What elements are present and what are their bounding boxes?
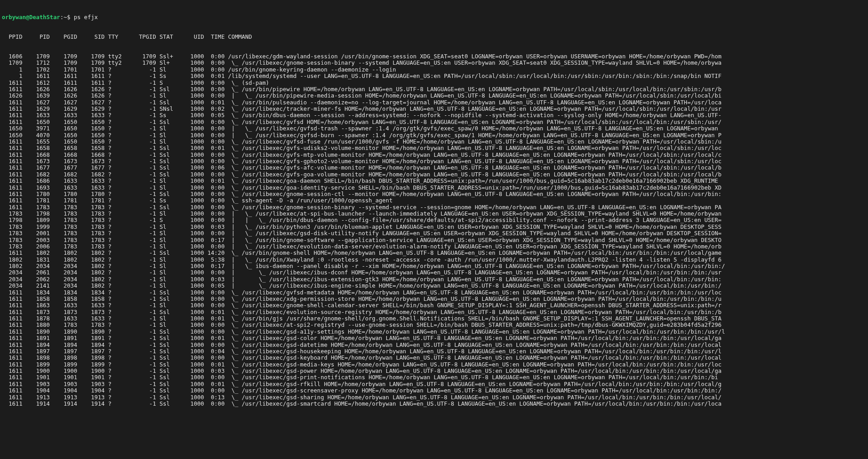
ps-row: 1611 1898 1898 1898 ? -1 Ssl 1000 0:00 \… (2, 355, 866, 361)
ps-row: 1611 1682 1682 1682 ? -1 Ssl 1000 0:00 \… (2, 171, 866, 178)
ps-row: 1611 1693 1633 1633 ? -1 Sl 1000 0:00 \_… (2, 185, 866, 191)
ps-row: 1611 1668 1668 1668 ? -1 Ssl 1000 0:00 \… (2, 152, 866, 158)
ps-row: 1650 3971 1650 1650 ? -1 Sl 1000 0:00 | … (2, 125, 866, 132)
prompt-command: ps efjx (74, 14, 98, 21)
ps-row: 1650 4070 1650 1650 ? -1 Sl 1000 0:00 | … (2, 132, 866, 139)
terminal-output[interactable]: orbywan@DeathStar:~$ ps efjx PPID PID PG… (0, 0, 868, 415)
ps-row: 1611 1629 1629 1629 ? -1 SNsl 1000 0:02 … (2, 106, 866, 112)
ps-row: 2034 2141 2034 1802 ? -1 Sl 1000 0:05 | … (2, 283, 866, 289)
ps-row: 1611 1899 1899 1899 ? -1 Ssl 1000 0:01 \… (2, 361, 866, 368)
ps-row: 2034 2061 2034 1802 ? -1 Sl 1000 0:00 | … (2, 269, 866, 276)
ps-row: 1611 1890 1890 1890 ? -1 Ssl 1000 0:00 \… (2, 329, 866, 335)
ps-row: 1611 1878 1633 1633 ? -1 Sl 1000 0:01 \_… (2, 315, 866, 322)
ps-row: 1626 1639 1626 1626 ? -1 Sl 1000 0:00 | … (2, 93, 866, 99)
ps-row: 1611 1914 1914 1914 ? -1 Ssl 1000 0:00 \… (2, 401, 866, 407)
ps-row: 1611 1901 1901 1901 ? -1 Ssl 1000 0:00 \… (2, 374, 866, 381)
ps-row: 1611 1780 1780 1780 ? -1 Ssl 1000 0:00 \… (2, 191, 866, 197)
ps-row: 1611 1612 1611 1611 ? -1 S 1000 0:00 \_ … (2, 80, 866, 86)
ps-row: 1611 1677 1677 1677 ? -1 Ssl 1000 0:06 \… (2, 165, 866, 171)
ps-row: 1611 1897 1897 1897 ? -1 Ssl 1000 0:04 \… (2, 348, 866, 355)
ps-row: 1783 2006 1783 1783 ? -1 Sl 1000 0:00 | … (2, 243, 866, 250)
ps-row: 1606 1709 1709 1709 tty2 1709 Ssl+ 1000 … (2, 53, 866, 60)
ps-row: 1611 1655 1650 1650 ? -1 Sl 1000 0:00 \_… (2, 139, 866, 145)
ps-row: 1611 1783 1783 1783 ? -1 Ssl 1000 0:00 \… (2, 204, 866, 211)
ps-row: 1611 1834 1834 1834 ? -1 Ssl 1000 0:00 \… (2, 289, 866, 296)
ps-row: 1802 2034 2034 1802 ? -1 Sl 1000 0:17 | … (2, 263, 866, 269)
ps-row: 1611 1626 1626 1626 ? -1 Ssl 1000 0:00 \… (2, 86, 866, 93)
ps-header-row: PPID PID PGID SID TTY TPGID STAT UID TIM… (2, 34, 866, 40)
ps-row: 1611 1894 1894 1894 ? -1 Ssl 1000 0:00 \… (2, 342, 866, 348)
ps-row: 1783 2001 1783 1783 ? -1 Sl 1000 0:00 | … (2, 230, 866, 237)
ps-row: 1 1702 1701 1701 ? -1 Sl 1000 0:00 /usr/… (2, 67, 866, 73)
ps-row: 1611 1900 1900 1900 ? -1 Ssl 1000 0:03 \… (2, 368, 866, 374)
ps-row: 1611 1863 1633 1633 ? -1 Sl 1000 0:00 \_… (2, 302, 866, 309)
ps-rows: 1606 1709 1709 1709 tty2 1709 Ssl+ 1000 … (2, 53, 866, 407)
ps-row: 1611 1858 1858 1858 ? -1 Ssl 1000 0:00 \… (2, 296, 866, 302)
ps-row: 1709 1712 1709 1709 tty2 1709 Sl+ 1000 0… (2, 60, 866, 66)
ps-row: 1611 1904 1904 1904 ? -1 Ssl 1000 0:00 \… (2, 387, 866, 394)
ps-row: 1611 1627 1627 1627 ? -1 Ssl 1000 0:01 \… (2, 99, 866, 106)
prompt-line: orbywan@DeathStar:~$ ps efjx (2, 14, 866, 21)
ps-row: 1611 1802 1802 1802 ? -1 Ssl 1000 14:20 … (2, 250, 866, 256)
ps-row: 1611 1873 1873 1873 ? -1 Ssl 1000 0:01 \… (2, 309, 866, 315)
ps-row: 1783 1798 1783 1783 ? -1 Sl 1000 0:00 | … (2, 211, 866, 217)
ps-row: 1611 1650 1650 1650 ? -1 Ssl 1000 0:00 \… (2, 119, 866, 125)
ps-row: 1783 1999 1783 1783 ? -1 Sl 1000 0:03 | … (2, 224, 866, 230)
ps-row: 1611 1673 1673 1673 ? -1 Ssl 1000 0:00 \… (2, 158, 866, 165)
ps-row: 1611 1686 1633 1633 ? -1 Sl 1000 0:01 \_… (2, 178, 866, 184)
ps-row: 1 1611 1611 1611 ? -1 Ss 1000 0:01 /lib/… (2, 73, 866, 79)
ps-row: 1611 1633 1633 1633 ? -1 Ss 1000 0:05 \_… (2, 112, 866, 119)
ps-row: 1783 2003 1783 1783 ? -1 Sl 1000 0:17 | … (2, 237, 866, 243)
ps-row: 1611 1781 1781 1781 ? -1 Ss 1000 0:00 \_… (2, 197, 866, 204)
prompt-separator: :~$ (60, 14, 74, 21)
ps-row: 2034 2062 2034 1802 ? -1 Sl 1000 0:03 | … (2, 276, 866, 283)
prompt-user: orbywan@DeathStar (2, 14, 60, 21)
ps-row: 1611 1913 1913 1913 ? -1 Ssl 1000 0:13 \… (2, 394, 866, 401)
ps-row: 1611 1880 1783 1783 ? -1 Sl 1000 0:00 \_… (2, 322, 866, 328)
ps-row: 1611 1658 1658 1658 ? -1 Ssl 1000 0:01 \… (2, 145, 866, 151)
ps-row: 1798 1809 1783 1783 ? -1 S 1000 0:00 | |… (2, 217, 866, 223)
ps-row: 1611 1903 1903 1903 ? -1 Ssl 1000 0:01 \… (2, 381, 866, 387)
ps-row: 1611 1891 1891 1891 ? -1 Ssl 1000 0:01 \… (2, 335, 866, 341)
ps-row: 1802 1831 1802 1802 ? -1 Sl 1000 5:38 | … (2, 257, 866, 263)
